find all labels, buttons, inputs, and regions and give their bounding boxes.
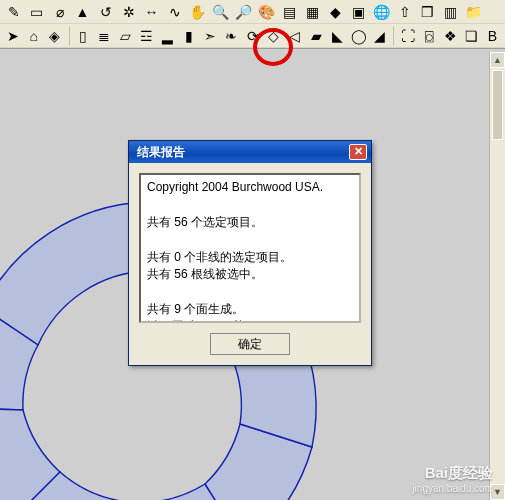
- zoom-extents-icon[interactable]: 🔎: [233, 1, 254, 22]
- toolbar-row-2: ➤⌂◈▯≣▱☲▂▮➣❧⟳◇◁▰◣◯◢⛶⌼❖❏B: [0, 24, 505, 48]
- divide-icon[interactable]: ⌀: [49, 1, 70, 22]
- scroll-up-button[interactable]: ▲: [490, 52, 505, 68]
- watermark-sub: jingyan.baidu.com: [412, 483, 493, 494]
- color-icon[interactable]: ▦: [302, 1, 323, 22]
- report-line-edges: 共有 56 根线被选中。: [147, 267, 263, 281]
- report-line-noncurve: 共有 0 个非线的选定项目。: [147, 250, 292, 264]
- vertical-scrollbar[interactable]: ▲ ▼: [489, 52, 505, 500]
- report-line-selected: 共有 56 个选定项目。: [147, 215, 263, 229]
- lines-icon[interactable]: ≣: [95, 25, 114, 46]
- vortex-icon[interactable]: ✲: [118, 1, 139, 22]
- red-arrow-icon[interactable]: ➤: [3, 25, 22, 46]
- cylinder-icon[interactable]: ⌼: [419, 25, 438, 46]
- report-line-time: 过程历时: 0.016秒。: [147, 319, 256, 323]
- scroll-thumb[interactable]: [492, 70, 503, 140]
- b-logo-icon[interactable]: B: [483, 25, 502, 46]
- plugin-b-icon[interactable]: ❏: [462, 25, 481, 46]
- house-icon[interactable]: ⌂: [24, 25, 43, 46]
- box-wire-icon[interactable]: ⛶: [398, 25, 417, 46]
- yellow-folder-icon[interactable]: 📁: [463, 1, 484, 22]
- wall-icon[interactable]: ▮: [179, 25, 198, 46]
- palette-icon[interactable]: 🎨: [256, 1, 277, 22]
- group-icon[interactable]: ▥: [440, 1, 461, 22]
- scroll-track[interactable]: [490, 68, 505, 484]
- zoom-icon[interactable]: 🔍: [210, 1, 231, 22]
- recycle-icon[interactable]: ↺: [95, 1, 116, 22]
- report-text-area[interactable]: Copyright 2004 Burchwood USA. 共有 56 个选定项…: [139, 173, 361, 323]
- pan-icon[interactable]: ✋: [187, 1, 208, 22]
- floor-icon[interactable]: ▂: [158, 25, 177, 46]
- ok-button[interactable]: 确定: [210, 333, 290, 355]
- toolbar-separator: [69, 26, 70, 46]
- link-icon[interactable]: ∿: [164, 1, 185, 22]
- dialog-title-text: 结果报告: [133, 144, 349, 161]
- layer-icon[interactable]: ▤: [279, 1, 300, 22]
- watermark: Bai度经验 jingyan.baidu.com: [412, 464, 493, 494]
- dialog-body: Copyright 2004 Burchwood USA. 共有 56 个选定项…: [129, 163, 371, 329]
- red-shape-icon[interactable]: ◣: [328, 25, 347, 46]
- window-icon[interactable]: ▯: [73, 25, 92, 46]
- dialog-button-row: 确定: [129, 329, 371, 365]
- up-arrow-icon[interactable]: ▲: [72, 1, 93, 22]
- component-icon[interactable]: ❒: [417, 1, 438, 22]
- rotate-icon[interactable]: ⟳: [243, 25, 262, 46]
- diamond-icon[interactable]: ◇: [264, 25, 283, 46]
- toolbar-separator: [393, 26, 394, 46]
- red-plane-icon[interactable]: ▰: [307, 25, 326, 46]
- stairs-icon[interactable]: ☲: [137, 25, 156, 46]
- close-icon[interactable]: ✕: [349, 144, 367, 160]
- blue-diamond-icon[interactable]: ◈: [45, 25, 64, 46]
- report-line-copyright: Copyright 2004 Burchwood USA.: [147, 180, 323, 194]
- toolbar-area: ✎▭⌀▲↺✲↔∿✋🔍🔎🎨▤▦◆▣🌐⇧❒▥📁 ➤⌂◈▯≣▱☲▂▮➣❧⟳◇◁▰◣◯◢…: [0, 0, 505, 49]
- globe-icon[interactable]: 🌐: [371, 1, 392, 22]
- plane-icon[interactable]: ▱: [116, 25, 135, 46]
- toolbar-row-1: ✎▭⌀▲↺✲↔∿✋🔍🔎🎨▤▦◆▣🌐⇧❒▥📁: [0, 0, 505, 24]
- leaf-icon[interactable]: ❧: [222, 25, 241, 46]
- eraser-icon[interactable]: ▭: [26, 1, 47, 22]
- push-icon[interactable]: ⇧: [394, 1, 415, 22]
- green-arrow-icon[interactable]: ➣: [201, 25, 220, 46]
- orange-ring-icon[interactable]: ◯: [349, 25, 368, 46]
- blue-box-icon[interactable]: ▣: [348, 1, 369, 22]
- swap-icon[interactable]: ↔: [141, 1, 162, 22]
- red-volume-icon[interactable]: ◢: [370, 25, 389, 46]
- watermark-main: Bai度经验: [412, 464, 493, 483]
- result-report-dialog: 结果报告 ✕ Copyright 2004 Burchwood USA. 共有 …: [128, 140, 372, 366]
- material-icon[interactable]: ◆: [325, 1, 346, 22]
- brush-icon[interactable]: ✎: [3, 1, 24, 22]
- plugin-a-icon[interactable]: ❖: [441, 25, 460, 46]
- dialog-titlebar[interactable]: 结果报告 ✕: [129, 141, 371, 163]
- select-icon[interactable]: ◁: [285, 25, 304, 46]
- report-line-faces: 共有 9 个面生成。: [147, 302, 244, 316]
